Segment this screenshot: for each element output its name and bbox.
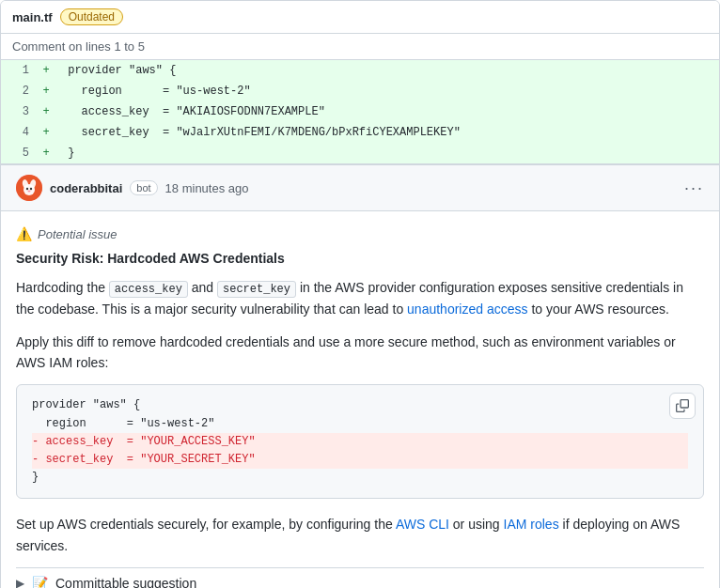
code-block-content: provider "aws" { region = "us-west-2" - … — [17, 385, 703, 498]
file-name: main.tf — [12, 10, 53, 24]
file-header: main.tf Outdated — [1, 1, 719, 34]
diff-code-4: secret_key = "wJalrXUtnFEMI/K7MDENG/bPxR… — [54, 122, 719, 143]
copy-button[interactable] — [669, 393, 696, 419]
aws-cli-link[interactable]: AWS CLI — [396, 517, 449, 532]
line-num-5: 5 — [1, 143, 39, 163]
diff-line-4: 4 + secret_key = "wJalrXUtnFEMI/K7MDENG/… — [1, 122, 719, 143]
comment-paragraph-2: Apply this diff to remove hardcoded cred… — [16, 332, 704, 374]
diff-container: 1 + provider "aws" { 2 + region = "us-we… — [1, 60, 719, 164]
username: coderabbitai — [50, 181, 122, 195]
warning-icon: ⚠️ — [16, 226, 32, 241]
committable-icon: 📝 — [32, 576, 48, 588]
diff-sign-2: + — [39, 81, 54, 101]
committable-suggestion-toggle[interactable]: ▶ 📝 Committable suggestion — [16, 568, 704, 588]
code-block-line-1: provider "aws" { — [32, 396, 688, 414]
outdated-badge: Outdated — [60, 8, 123, 25]
inline-code-secret-key: secret_key — [217, 281, 296, 298]
potential-issue-label: ⚠️ Potential issue — [16, 226, 704, 241]
svg-point-6 — [28, 191, 31, 193]
inline-code-access-key: access_key — [109, 281, 188, 298]
svg-point-5 — [30, 188, 32, 190]
committable-label: Committable suggestion — [55, 576, 196, 588]
chevron-right-icon-1: ▶ — [16, 577, 24, 588]
comment-body: ⚠️ Potential issue Security Risk: Hardco… — [1, 211, 719, 588]
diff-line-3: 3 + access_key = "AKIAIOSFODNN7EXAMPLE" — [1, 101, 719, 122]
diff-line-1: 1 + provider "aws" { — [1, 60, 719, 81]
avatar-icon — [16, 175, 42, 201]
file-review-container: main.tf Outdated Comment on lines 1 to 5… — [0, 0, 720, 588]
potential-issue-text: Potential issue — [38, 227, 117, 241]
diff-line-2: 2 + region = "us-west-2" — [1, 81, 719, 101]
svg-point-4 — [26, 188, 28, 190]
diff-code-3: access_key = "AKIAIOSFODNN7EXAMPLE" — [54, 101, 719, 122]
comment-on-lines: Comment on lines 1 to 5 — [1, 34, 719, 60]
bot-badge: bot — [130, 180, 157, 195]
iam-roles-link[interactable]: IAM roles — [504, 517, 559, 532]
para3-before: Set up AWS credentials securely, for exa… — [16, 517, 396, 532]
line-num-3: 3 — [1, 101, 39, 122]
line-num-2: 2 — [1, 81, 39, 101]
para1-before: Hardcoding the — [16, 280, 109, 295]
more-options-button[interactable]: ··· — [684, 178, 704, 198]
timestamp: 18 minutes ago — [165, 181, 249, 195]
code-block-line-2: region = "us-west-2" — [32, 415, 688, 433]
comment-paragraph-1: Hardcoding the access_key and secret_key… — [16, 277, 704, 320]
code-block-line-3: - access_key = "YOUR_ACCESS_KEY" — [32, 433, 688, 451]
unauthorized-access-link[interactable]: unauthorized access — [407, 302, 527, 317]
para3-middle: or using — [449, 517, 504, 532]
para2-text: Apply this diff to remove hardcoded cred… — [16, 334, 676, 370]
svg-point-3 — [23, 184, 35, 195]
diff-sign-5: + — [39, 143, 54, 163]
comment-title: Security Risk: Hardcoded AWS Credentials — [16, 251, 704, 266]
diff-code-2: region = "us-west-2" — [54, 81, 719, 101]
comment-paragraph-3: Set up AWS credentials securely, for exa… — [16, 514, 704, 556]
line-num-1: 1 — [1, 60, 39, 81]
code-block: provider "aws" { region = "us-west-2" - … — [16, 384, 704, 499]
line-num-4: 4 — [1, 122, 39, 143]
diff-sign-1: + — [39, 60, 54, 81]
diff-code-1: provider "aws" { — [54, 60, 719, 81]
diff-line-5: 5 + } — [1, 143, 719, 163]
comment-header: coderabbitai bot 18 minutes ago ··· — [1, 165, 719, 211]
diff-sign-4: + — [39, 122, 54, 143]
comment-section: coderabbitai bot 18 minutes ago ··· ⚠️ P… — [1, 164, 719, 588]
copy-icon — [676, 399, 689, 412]
para1-middle: and — [188, 280, 217, 295]
diff-sign-3: + — [39, 101, 54, 122]
avatar — [16, 175, 42, 201]
code-block-line-4: - secret_key = "YOUR_SECRET_KEY" — [32, 451, 688, 469]
comment-header-left: coderabbitai bot 18 minutes ago — [16, 175, 249, 201]
code-block-line-5: } — [32, 469, 688, 487]
diff-code-5: } — [54, 143, 719, 163]
